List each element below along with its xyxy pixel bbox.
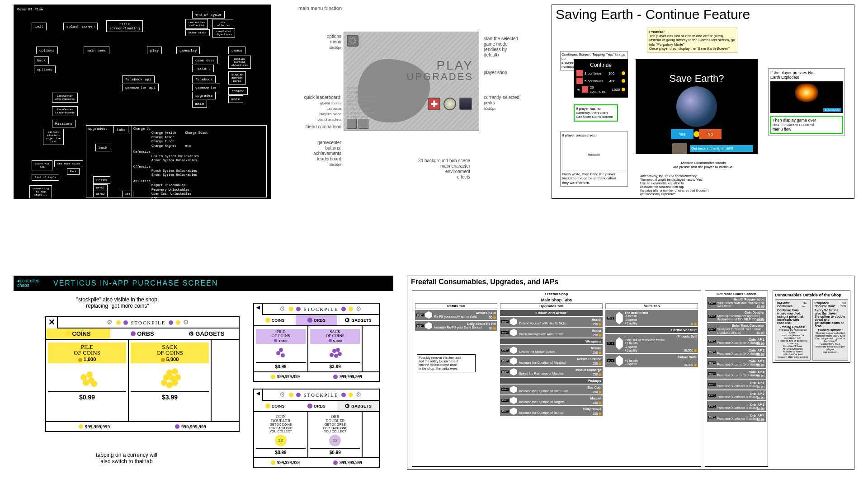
t-defensive: Defensive	[133, 150, 264, 154]
iap-coin-1[interactable]: BUYCoin IAP 1Purchase X coins for X doll…	[707, 336, 766, 346]
card-sack-small[interactable]: SACK OF COINS 5,000 $3.99	[308, 326, 363, 371]
label-start: start the selected game mode (endless by…	[484, 36, 518, 58]
no-button[interactable]: No	[699, 129, 722, 139]
tab-gadgets[interactable]: ⚙GADGETS	[175, 328, 239, 339]
iap-solar-mass[interactable]: BUYSolar Mass ConverterSunspots Detected…	[707, 323, 766, 335]
card-next-small[interactable]	[363, 326, 379, 371]
outside-title: Consumables Outside of the Shop	[775, 293, 841, 297]
item-missile-recharge[interactable]: BUYMissile RechargeSpeed Up Recharge of …	[500, 367, 603, 377]
coins-total[interactable]: 999,999,999	[46, 422, 142, 431]
card-pile[interactable]: PILE OF COINS 1,000 $0.99	[46, 340, 129, 421]
perk-slot-2[interactable]	[443, 98, 456, 110]
iap-coin-2[interactable]: BUYCoin IAP 2Purchase X coins for X doll…	[707, 347, 766, 357]
section-health-armor: Health and Armor	[500, 310, 603, 316]
perk-slot-3[interactable]	[459, 98, 472, 110]
card-pile-small[interactable]: PILE OF COINS 1,000 $0.99	[254, 326, 308, 371]
node-opts2: options	[34, 66, 56, 73]
node-store: Store Kit api	[32, 160, 52, 170]
node-options: options	[36, 47, 58, 54]
node-play: play	[147, 47, 162, 54]
node-mol: display mission- objective list	[43, 129, 64, 145]
continue-opt-5[interactable]: 5 continues400	[576, 78, 625, 84]
tab-gadgets[interactable]: ⚙GADGETS	[337, 315, 379, 325]
card-next-gadget[interactable]	[363, 412, 379, 457]
suit-earthdiver-header: Earthdiver Suit	[605, 327, 698, 333]
label-shop: player shop	[484, 70, 507, 75]
card-sack[interactable]: SACK OF COINS 5,000 $3.99	[129, 340, 212, 421]
plus-icon: ✚	[429, 99, 439, 109]
p3-title: Saving Earth - Continue Feature	[552, 5, 854, 24]
continue-opt-25[interactable]: ◄25 continues1500	[576, 85, 625, 94]
orbs-total[interactable]: 999,999,999	[142, 422, 239, 431]
close-button[interactable]: ✕	[46, 317, 58, 328]
t-recu: Recovery Unlockables	[133, 188, 264, 192]
back-button[interactable]: ◄	[254, 304, 263, 315]
node-gameover: game over	[192, 56, 218, 64]
item-suit-future[interactable]: BUYFuture Suits+1 health -3 speed10,000	[605, 354, 698, 367]
perk-slot-1[interactable]: ✚	[428, 98, 440, 110]
tab-orbs[interactable]: ORBS	[296, 401, 337, 411]
upgrades-tab-header: Upgrades Tab	[500, 303, 603, 309]
coins-art	[74, 366, 101, 389]
earth-icon	[676, 86, 717, 127]
item-suit-phoenix[interactable]: BUYPhoenix SuitFiery suit of fearsome fr…	[605, 334, 698, 353]
gc-achievements-button[interactable]	[347, 119, 357, 129]
back-button[interactable]: ◄	[254, 389, 263, 401]
node-dispobj: display current objectives	[228, 56, 251, 69]
yes-button[interactable]: Yes	[671, 129, 693, 139]
tab-coins[interactable]: COINS	[254, 315, 296, 325]
suits-tab-header: Suits Tab	[605, 303, 698, 309]
node-mainmenu: main menu	[84, 47, 109, 54]
play-upgrades-buttons[interactable]: PLAY UPGRADES	[407, 59, 473, 82]
options-button[interactable]	[347, 35, 359, 47]
iap-health-regen[interactable]: BUYHealth RegenerationYour health slots …	[707, 297, 766, 309]
t-abilities: Abilities	[133, 179, 264, 183]
continue-header: Continue	[576, 62, 625, 68]
iap-orb-4[interactable]: BUYOrb IAP 4Purchase X orbs for X dollar…	[707, 412, 766, 422]
item-daily-refill[interactable]: BUYDaily Bonus Re-FillInstantly Re-Fill …	[415, 321, 497, 331]
item-health[interactable]: BUYHealthDefend yourself with Health Slo…	[500, 317, 603, 327]
t-chealth: Charge Health	[151, 131, 176, 135]
mock-screen: GLOBAL 16 MESS. 5520 VALUED RUG 9,999,99…	[344, 32, 479, 131]
boom-label: BOOOOOM	[823, 108, 841, 112]
iap-orb-1[interactable]: BUYOrb IAP 1Purchase X orbs for X dollar…	[707, 380, 766, 389]
tab-coins[interactable]: COINS	[254, 401, 296, 411]
gear-icon: ⚙	[183, 319, 190, 326]
2x-badge: 2X	[275, 435, 287, 446]
item-daily-bonus[interactable]: BUYDaily BonusIncrease the Duration of B…	[500, 406, 603, 416]
item-missile-duration[interactable]: BUYMissile DurationIncrease the Duration…	[500, 356, 603, 366]
iap-coin-4[interactable]: BUYCoin IAP 4Purchase X coins for X doll…	[707, 369, 766, 379]
item-missile[interactable]: BUYMissileUnlock the Missile Button!250	[500, 345, 603, 355]
item-armor[interactable]: BUYArmorBlock Damage with Armor Slots!25…	[500, 328, 603, 338]
freefall-shop-spec: Freefall Consumables, Upgrades, and IAPs…	[407, 276, 854, 470]
item-suit-default[interactable]: BUYThe default suit-1 health -2 speed +1…	[605, 310, 698, 326]
t-cetc: etc	[185, 144, 191, 148]
tab-orbs[interactable]: ORBS	[296, 315, 337, 325]
iap-coin-doubler[interactable]: BUYCoin DoublerMission Commander approve…	[707, 310, 766, 322]
t-asu: Armor System Unlockables	[133, 159, 264, 163]
iap-orb-3[interactable]: BUYOrb IAP 3Purchase X orbs for X dollar…	[707, 401, 766, 411]
p5-title: Freefall Consumables, Upgrades, and IAPs	[407, 276, 854, 288]
p2-title: main menu function	[298, 5, 342, 11]
p4-header: ●controlled chaos VERTICUS IN-APP PURCHA…	[14, 276, 393, 291]
item-armor-refill[interactable]: BUYArmor Re-FillRe-Fill your empty armor…	[415, 310, 497, 320]
stockpile-shop-gadgets: ◄ ⚙STOCKPILE⚙ COINS ORBS ⚙GADGETS COIN D…	[253, 389, 380, 468]
gc-leaderboard-button[interactable]	[359, 119, 368, 129]
card-next[interactable]	[212, 340, 239, 421]
continue-opt-1[interactable]: 1 continue100	[576, 70, 625, 76]
item-star-coin[interactable]: BUYStar CoinIncrease the Duration of Sta…	[500, 385, 603, 394]
tab-gadgets[interactable]: ⚙GADGETS	[337, 401, 379, 411]
item-magnet[interactable]: BUYMagnetIncrease the Duration of Magnet…	[500, 395, 603, 405]
card-coin-doubler[interactable]: COIN DOUBLER GET 2X COINS FOR EACH ONE Y…	[254, 412, 308, 457]
node-connect: connecting to app store...	[29, 185, 52, 198]
main-shop-tabs-label: Main Shop Tabs	[412, 297, 701, 303]
iap-coin-3[interactable]: BUYCoin IAP 3Purchase X coins for X doll…	[707, 358, 766, 368]
tab-orbs[interactable]: ORBS	[110, 328, 175, 339]
no-currency-note: If player has no currency, then open Get…	[574, 104, 618, 122]
card-orb-doubler[interactable]: ORB DOUBLER GET 2X ORBS FOR EACH ONE YOU…	[308, 412, 363, 457]
save-earth-text: Save Earth?	[636, 73, 758, 84]
coins-art	[156, 366, 184, 389]
tab-coins[interactable]: COINS	[46, 328, 110, 339]
t-hsu: Health System Unlockables	[133, 155, 264, 159]
iap-orb-2[interactable]: BUYOrb IAP 2Purchase X orbs for X dollar…	[707, 390, 766, 400]
